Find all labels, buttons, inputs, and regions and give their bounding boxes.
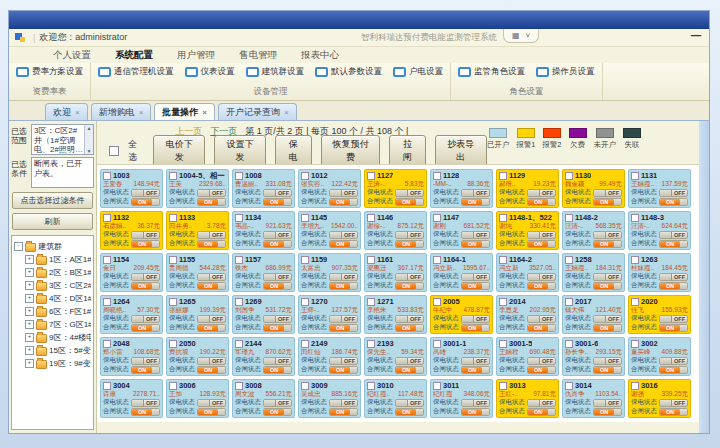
power-keep-toggle[interactable]: OFF bbox=[263, 273, 292, 281]
meter-checkbox[interactable] bbox=[631, 340, 639, 348]
meter-card[interactable]: 1134韦品-..921.63元保电状态OFF合闸状态ON bbox=[232, 211, 295, 250]
meter-card[interactable]: 2050费抗坡190.22元保电状态OFF合闸状态ON bbox=[166, 337, 229, 376]
meter-card[interactable]: 1263桂妹霞..184.45元保电状态OFF合闸状态ON bbox=[628, 253, 691, 292]
meter-card[interactable]: 1003王爱春148.94元保电状态OFF合闸状态ON bbox=[100, 169, 163, 208]
ribbon-pin-control[interactable]: ▦ ˅ bbox=[503, 29, 539, 43]
tool-button-5[interactable]: 抄表导出 bbox=[435, 135, 487, 167]
meter-checkbox[interactable] bbox=[301, 172, 309, 180]
power-keep-toggle[interactable]: OFF bbox=[527, 189, 556, 197]
tree-expand-icon[interactable]: + bbox=[25, 320, 34, 329]
switch-toggle[interactable]: ON bbox=[395, 366, 424, 374]
tree-item-2[interactable]: +3区：C区2#井（1… bbox=[14, 280, 91, 291]
tree-item-7[interactable]: +15区：5#变站（3… bbox=[14, 345, 91, 356]
meter-checkbox[interactable] bbox=[169, 214, 177, 222]
switch-toggle[interactable]: ON bbox=[263, 324, 292, 332]
power-keep-toggle[interactable]: OFF bbox=[197, 273, 226, 281]
meter-checkbox[interactable] bbox=[235, 340, 243, 348]
meter-checkbox[interactable] bbox=[433, 214, 441, 222]
meter-card[interactable]: 1270王师-..127.57元保电状态OFF合闸状态ON bbox=[298, 295, 361, 334]
switch-toggle[interactable]: ON bbox=[131, 282, 160, 290]
pin-icon[interactable]: ▦ bbox=[512, 31, 520, 40]
select-all-checkbox[interactable] bbox=[109, 146, 119, 156]
switch-toggle[interactable]: ON bbox=[329, 324, 358, 332]
meter-card[interactable]: 1157铁杰686.99元保电状态OFF合闸状态ON bbox=[232, 253, 295, 292]
tree-expand-icon[interactable]: + bbox=[25, 294, 34, 303]
meter-card[interactable]: 3001-5王娟程690.48元保电状态OFF合闸状态ON bbox=[496, 337, 559, 376]
ribbon-button-0-0[interactable]: 费率方案设置 bbox=[16, 66, 83, 78]
meter-card[interactable]: 2020佳飞155.93元保电状态OFF合闸状态ON bbox=[628, 295, 691, 334]
switch-toggle[interactable]: ON bbox=[593, 198, 622, 206]
refresh-button[interactable]: 刷新 bbox=[12, 213, 93, 230]
meter-checkbox[interactable] bbox=[565, 298, 573, 306]
power-keep-toggle[interactable]: OFF bbox=[329, 357, 358, 365]
power-keep-toggle[interactable]: OFF bbox=[659, 231, 688, 239]
switch-toggle[interactable]: ON bbox=[527, 282, 556, 290]
meter-checkbox[interactable] bbox=[235, 172, 243, 180]
power-keep-toggle[interactable]: OFF bbox=[461, 231, 490, 239]
meter-card[interactable]: 3016谢强339.25元保电状态OFF合闸状态ON bbox=[628, 379, 691, 418]
meter-card[interactable]: 2144军瑾九870.62元保电状态OFF合闸状态ON bbox=[232, 337, 295, 376]
meter-card[interactable]: 3004诗康2278.71..保电状态OFF合闸状态ON bbox=[100, 379, 163, 418]
switch-toggle[interactable]: ON bbox=[395, 198, 424, 206]
tool-button-4[interactable]: 拉闸 bbox=[389, 135, 426, 167]
switch-toggle[interactable]: ON bbox=[659, 324, 688, 332]
power-keep-toggle[interactable]: OFF bbox=[329, 315, 358, 323]
tree-collapse-icon[interactable]: - bbox=[14, 242, 23, 251]
tab-close-icon[interactable]: × bbox=[75, 108, 80, 117]
meter-checkbox[interactable] bbox=[499, 256, 507, 264]
meter-card[interactable]: 1271李艳朱533.83元保电状态OFF合闸状态ON bbox=[364, 295, 427, 334]
power-keep-toggle[interactable]: OFF bbox=[263, 315, 292, 323]
switch-toggle[interactable]: ON bbox=[329, 198, 358, 206]
selected-condition-box[interactable]: 断闸表，已开户表。 bbox=[31, 157, 94, 188]
power-keep-toggle[interactable]: OFF bbox=[527, 273, 556, 281]
power-keep-toggle[interactable]: OFF bbox=[461, 273, 490, 281]
switch-toggle[interactable]: ON bbox=[263, 198, 292, 206]
meter-checkbox[interactable] bbox=[169, 256, 177, 264]
switch-toggle[interactable]: ON bbox=[593, 408, 622, 416]
meter-checkbox[interactable] bbox=[367, 214, 375, 222]
meter-checkbox[interactable] bbox=[301, 256, 309, 264]
meter-checkbox[interactable] bbox=[565, 214, 573, 222]
ribbon-button-1-1[interactable]: 仪表设置 bbox=[185, 66, 235, 78]
meter-checkbox[interactable] bbox=[367, 340, 375, 348]
meter-checkbox[interactable] bbox=[433, 172, 441, 180]
switch-toggle[interactable]: ON bbox=[329, 282, 358, 290]
meter-card[interactable]: 3001-6孙长争..293.15元保电状态OFF合闸状态ON bbox=[562, 337, 625, 376]
switch-toggle[interactable]: ON bbox=[659, 282, 688, 290]
meter-checkbox[interactable] bbox=[565, 172, 573, 180]
ribbon-button-1-3[interactable]: 默认参数设置 bbox=[315, 66, 382, 78]
switch-toggle[interactable]: ON bbox=[461, 282, 490, 290]
meter-checkbox[interactable] bbox=[169, 172, 177, 180]
menu-item-1[interactable]: 系统配置 bbox=[115, 49, 153, 62]
meter-card[interactable]: 1128-MM-..88.36元保电状态OFF合闸状态ON bbox=[430, 169, 493, 208]
tree-item-4[interactable]: +6区：F区1#井（F… bbox=[14, 306, 91, 317]
meter-checkbox[interactable] bbox=[301, 382, 309, 390]
chevron-down-icon[interactable]: ˅ bbox=[526, 31, 531, 40]
tab-1[interactable]: 新增购电× bbox=[91, 103, 152, 120]
meter-checkbox[interactable] bbox=[433, 340, 441, 348]
switch-toggle[interactable]: ON bbox=[197, 282, 226, 290]
meter-checkbox[interactable] bbox=[499, 214, 507, 222]
switch-toggle[interactable]: ON bbox=[461, 408, 490, 416]
scroll-up-icon[interactable]: ▲ bbox=[87, 125, 92, 131]
switch-toggle[interactable]: ON bbox=[329, 240, 358, 248]
meter-card[interactable]: 2193保先生..59.34元保电状态OFF合闸状态ON bbox=[364, 337, 427, 376]
meter-checkbox[interactable] bbox=[499, 298, 507, 306]
switch-toggle[interactable]: ON bbox=[461, 366, 490, 374]
choose-filter-button[interactable]: 点击选择过滤条件 bbox=[12, 192, 93, 209]
power-keep-toggle[interactable]: OFF bbox=[461, 357, 490, 365]
meter-checkbox[interactable] bbox=[301, 214, 309, 222]
tool-button-3[interactable]: 恢复预付费 bbox=[321, 135, 380, 167]
switch-toggle[interactable]: ON bbox=[329, 408, 358, 416]
meter-card[interactable]: 1147谢刚681.52元保电状态OFF合闸状态ON bbox=[430, 211, 493, 250]
switch-toggle[interactable]: ON bbox=[263, 366, 292, 374]
power-keep-toggle[interactable]: OFF bbox=[197, 315, 226, 323]
meter-checkbox[interactable] bbox=[367, 382, 375, 390]
switch-toggle[interactable]: ON bbox=[593, 366, 622, 374]
meter-card[interactable]: 1004-5、相一王英2329.68..保电状态OFF合闸状态ON bbox=[166, 169, 229, 208]
power-keep-toggle[interactable]: OFF bbox=[593, 273, 622, 281]
power-keep-toggle[interactable]: OFF bbox=[659, 399, 688, 407]
meter-card[interactable]: 1164-1冯立新..1595.67..保电状态OFF合闸状态ON bbox=[430, 253, 493, 292]
power-keep-toggle[interactable]: OFF bbox=[527, 231, 556, 239]
switch-toggle[interactable]: ON bbox=[263, 408, 292, 416]
